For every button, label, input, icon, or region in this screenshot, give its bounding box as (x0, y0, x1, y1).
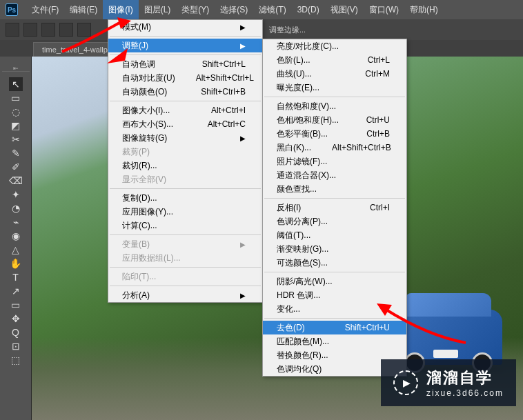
menu-item[interactable]: 曲线(U)...Ctrl+M (263, 67, 406, 81)
menu-item-label: 替换颜色(R)... (277, 350, 328, 361)
menubar-item[interactable]: 文件(F) (26, 0, 64, 19)
menu-separator (110, 188, 261, 189)
menu-item-label: 去色(D) (277, 322, 305, 334)
option-icon-3[interactable] (59, 23, 73, 37)
menubar-item[interactable]: 编辑(E) (64, 0, 103, 19)
menubar-item[interactable]: 类型(Y) (176, 0, 215, 19)
menubar-item[interactable]: 窗口(W) (364, 0, 404, 19)
tool-button[interactable]: ◔ (9, 201, 23, 215)
document-tab[interactable]: time_travel_4-wallp (33, 42, 117, 57)
menu-item[interactable]: 自动颜色(O)Shift+Ctrl+B (108, 85, 262, 99)
tool-button[interactable]: ▭ (9, 298, 23, 312)
toolbox-collapse-icon[interactable] (2, 65, 30, 72)
tool-button[interactable]: △ (9, 243, 23, 257)
menu-item-label: 图像旋转(G) (122, 132, 167, 144)
tool-button[interactable]: ◩ (9, 119, 23, 132)
menu-item-label: 黑白(K)... (277, 142, 311, 154)
menu-item-label: 图像大小(I)... (122, 105, 170, 117)
menu-item[interactable]: 色相/饱和度(H)...Ctrl+U (263, 113, 406, 127)
menu-item-label: 反相(I) (277, 202, 301, 214)
option-icon-2[interactable] (41, 23, 55, 37)
menu-item-shortcut: Alt+Shift+Ctrl+L (196, 73, 254, 83)
tool-button[interactable]: ⬚ (9, 353, 23, 367)
menu-item[interactable]: 图像大小(I)...Alt+Ctrl+I (108, 103, 262, 117)
tool-preset-icon[interactable] (6, 23, 19, 37)
menu-item-label: 调整(J) (122, 40, 148, 52)
menu-item[interactable]: 模式(M)▶ (108, 20, 262, 34)
menu-item[interactable]: 色彩平衡(B)...Ctrl+B (263, 127, 406, 141)
tool-button[interactable]: ▭ (9, 91, 23, 105)
menubar-item[interactable]: 3D(D) (292, 0, 325, 19)
menu-item[interactable]: 渐变映射(G)... (263, 242, 406, 256)
menubar-item[interactable]: 滤镜(T) (253, 0, 291, 19)
menu-item[interactable]: 计算(C)... (108, 219, 262, 232)
tool-button[interactable]: ◌ (9, 105, 23, 119)
menu-separator (110, 267, 261, 268)
option-icon-1[interactable] (23, 23, 37, 37)
menubar-item[interactable]: 图像(I) (103, 0, 138, 19)
menu-item-label: 亮度/对比度(C)... (277, 41, 339, 52)
car-graphic (392, 310, 502, 365)
menu-item[interactable]: 曝光度(E)... (263, 81, 406, 94)
menu-separator (110, 36, 261, 37)
option-icon-4[interactable] (77, 23, 91, 37)
menubar-item[interactable]: 选择(S) (215, 0, 253, 19)
menu-item-label: 自动颜色(O) (122, 86, 167, 98)
menu-item[interactable]: 阈值(T)... (263, 228, 406, 242)
tool-button[interactable]: ↗ (9, 284, 23, 298)
tool-button[interactable]: ↖ (9, 77, 23, 91)
menu-item: 显示全部(V) (108, 172, 262, 186)
edge-refine-label[interactable]: 调整边缘... (269, 25, 306, 35)
tool-button[interactable]: ⌁ (9, 215, 23, 229)
tool-button[interactable]: ⌫ (9, 174, 23, 188)
menu-item[interactable]: 可选颜色(S)... (263, 256, 406, 270)
menu-item[interactable]: 图像旋转(G)▶ (108, 131, 262, 145)
menu-item[interactable]: 变化... (263, 302, 406, 316)
menu-item-label: 裁剪(P) (122, 146, 150, 158)
menu-item[interactable]: 复制(D)... (108, 191, 262, 205)
menu-item[interactable]: 匹配颜色(M)... (263, 334, 406, 348)
menu-item[interactable]: 颜色查找... (263, 182, 406, 196)
tool-button[interactable]: ✎ (9, 146, 23, 160)
menu-item[interactable]: 自动对比度(U)Alt+Shift+Ctrl+L (108, 71, 262, 85)
menu-item[interactable]: 色阶(L)...Ctrl+L (263, 53, 406, 67)
menubar-item[interactable]: 帮助(H) (404, 0, 444, 19)
menu-item[interactable]: HDR 色调... (263, 288, 406, 302)
tool-button[interactable]: ✥ (9, 312, 23, 326)
menu-item[interactable]: 调整(J)▶ (108, 39, 262, 52)
menu-item[interactable]: 照片滤镜(F)... (263, 154, 406, 168)
menubar-item[interactable]: 图层(L) (139, 0, 177, 19)
menu-item[interactable]: 通道混合器(X)... (263, 168, 406, 182)
menu-item-shortcut: Ctrl+B (366, 129, 390, 139)
menu-item-label: 色彩平衡(B)... (277, 128, 328, 140)
tool-button[interactable]: ◉ (9, 229, 23, 243)
menubar-item[interactable]: 视图(V) (325, 0, 364, 19)
watermark: 溜溜自学 zixue.3d66.com (381, 359, 516, 406)
menu-item[interactable]: 去色(D)Shift+Ctrl+U (263, 321, 406, 334)
menu-item[interactable]: 画布大小(S)...Alt+Ctrl+C (108, 117, 262, 131)
tool-button[interactable]: ✋ (9, 257, 23, 270)
menu-item[interactable]: 反相(I)Ctrl+I (263, 201, 406, 214)
menu-item[interactable]: 自动色调Shift+Ctrl+L (108, 57, 262, 71)
menu-item-shortcut: Ctrl+L (368, 55, 390, 65)
menu-separator (264, 318, 405, 319)
menu-item-label: 应用数据组(L)... (122, 252, 181, 264)
tool-button[interactable]: ✦ (9, 188, 23, 201)
menu-item[interactable]: 应用图像(Y)... (108, 205, 262, 219)
tool-button[interactable]: ✂ (9, 132, 23, 146)
watermark-url: zixue.3d66.com (426, 388, 504, 398)
menu-item[interactable]: 自然饱和度(V)... (263, 99, 406, 113)
menu-item-label: HDR 色调... (277, 290, 320, 301)
menu-item[interactable]: 亮度/对比度(C)... (263, 39, 406, 53)
menu-item-label: 曝光度(E)... (277, 82, 319, 94)
menu-item[interactable]: 黑白(K)...Alt+Shift+Ctrl+B (263, 141, 406, 154)
tool-button[interactable]: T (9, 270, 23, 284)
menu-separator (110, 101, 261, 101)
menu-item[interactable]: 裁切(R)... (108, 159, 262, 172)
menu-item[interactable]: 阴影/高光(W)... (263, 274, 406, 288)
tool-button[interactable]: ⊡ (9, 339, 23, 353)
tool-button[interactable]: ✐ (9, 160, 23, 174)
tool-button[interactable]: Q (9, 326, 23, 339)
menu-item[interactable]: 分析(A)▶ (108, 288, 262, 302)
menu-item[interactable]: 色调分离(P)... (263, 214, 406, 228)
